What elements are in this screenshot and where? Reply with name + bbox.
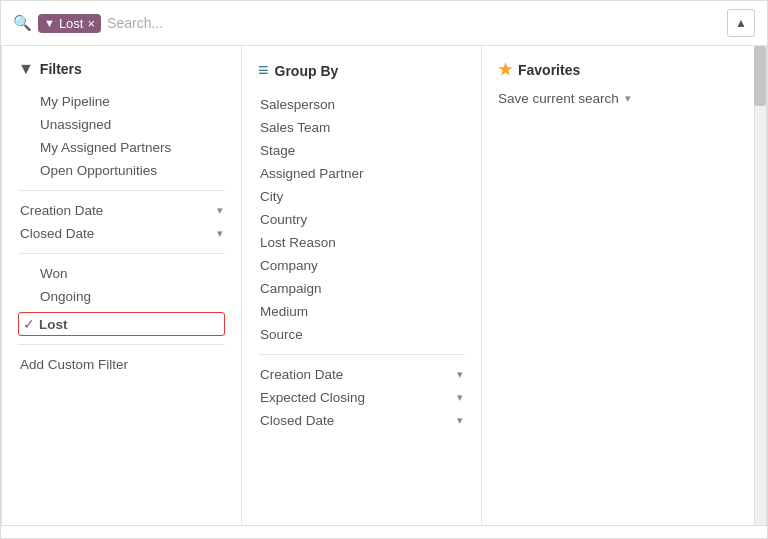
filter-my-pipeline[interactable]: My Pipeline — [18, 90, 225, 113]
filter-closed-date[interactable]: Closed Date ▾ — [18, 222, 225, 245]
groupby-title: Group By — [275, 63, 339, 79]
search-toggle-button[interactable]: ▲ — [727, 9, 755, 37]
filter-closed-date-label: Closed Date — [20, 226, 94, 241]
groupby-source[interactable]: Source — [258, 323, 465, 346]
favorites-header: ★ Favorites — [498, 60, 749, 79]
groupby-campaign[interactable]: Campaign — [258, 277, 465, 300]
groupby-sales-team[interactable]: Sales Team — [258, 116, 465, 139]
filters-title: Filters — [40, 61, 82, 77]
separator-3 — [18, 344, 225, 345]
filters-header: ▼ Filters — [18, 60, 225, 78]
check-placeholder — [20, 289, 36, 304]
filter-lost-label: Lost — [39, 317, 68, 332]
groupby-separator — [258, 354, 465, 355]
scrollbar-thumb[interactable] — [754, 46, 766, 106]
groupby-stage-label: Stage — [260, 143, 295, 158]
filter-won-label: Won — [40, 266, 68, 281]
check-placeholder — [20, 94, 36, 109]
filter-ongoing[interactable]: Ongoing — [18, 285, 225, 308]
star-icon: ★ — [498, 60, 512, 79]
filter-my-assigned-partners-label: My Assigned Partners — [40, 140, 171, 155]
filter-open-opportunities[interactable]: Open Opportunities — [18, 159, 225, 182]
arrow-down-icon: ▾ — [217, 227, 223, 240]
filter-open-opportunities-label: Open Opportunities — [40, 163, 157, 178]
filter-creation-date[interactable]: Creation Date ▾ — [18, 199, 225, 222]
filters-column: ▼ Filters My Pipeline Unassigned My Assi… — [2, 46, 242, 525]
groupby-column: ≡ Group By Salesperson Sales Team Stage … — [242, 46, 482, 525]
groupby-salesperson[interactable]: Salesperson — [258, 93, 465, 116]
filter-lost[interactable]: ✓ Lost — [18, 312, 225, 336]
chevron-up-icon: ▲ — [735, 16, 747, 30]
arrow-down-icon: ▾ — [457, 368, 463, 381]
filter-unassigned-label: Unassigned — [40, 117, 111, 132]
filter-unassigned[interactable]: Unassigned — [18, 113, 225, 136]
check-placeholder — [20, 140, 36, 155]
search-bar: 🔍 ▼ Lost × ▲ — [1, 1, 767, 46]
check-icon: ✓ — [23, 316, 35, 332]
search-input[interactable] — [107, 15, 721, 31]
save-current-search[interactable]: Save current search ▾ — [498, 91, 749, 106]
arrow-down-icon: ▾ — [457, 414, 463, 427]
groupby-creation-date[interactable]: Creation Date ▾ — [258, 363, 465, 386]
add-custom-filter[interactable]: Add Custom Filter — [18, 353, 130, 376]
filter-icon: ▼ — [18, 60, 34, 78]
filter-tag-icon: ▼ — [44, 17, 55, 29]
arrow-down-icon: ▾ — [457, 391, 463, 404]
groupby-expected-closing[interactable]: Expected Closing ▾ — [258, 386, 465, 409]
groupby-city[interactable]: City — [258, 185, 465, 208]
filter-my-assigned-partners[interactable]: My Assigned Partners — [18, 136, 225, 159]
dropdown-panel: ▼ Filters My Pipeline Unassigned My Assi… — [1, 46, 767, 526]
groupby-closed-date[interactable]: Closed Date ▾ — [258, 409, 465, 432]
filter-my-pipeline-label: My Pipeline — [40, 94, 110, 109]
search-icon: 🔍 — [13, 14, 32, 32]
separator-1 — [18, 190, 225, 191]
check-placeholder — [20, 266, 36, 281]
groupby-expected-closing-label: Expected Closing — [260, 390, 365, 405]
groupby-header: ≡ Group By — [258, 60, 465, 81]
groupby-assigned-partner-label: Assigned Partner — [260, 166, 364, 181]
groupby-creation-date-label: Creation Date — [260, 367, 343, 382]
groupby-country[interactable]: Country — [258, 208, 465, 231]
favorites-column: ★ Favorites Save current search ▾ — [482, 46, 766, 525]
groupby-company-label: Company — [260, 258, 318, 273]
groupby-source-label: Source — [260, 327, 303, 342]
check-placeholder — [20, 163, 36, 178]
groupby-medium[interactable]: Medium — [258, 300, 465, 323]
filter-tag[interactable]: ▼ Lost × — [38, 14, 101, 33]
groupby-campaign-label: Campaign — [260, 281, 322, 296]
groupby-city-label: City — [260, 189, 283, 204]
separator-2 — [18, 253, 225, 254]
chevron-down-icon: ▾ — [625, 92, 631, 105]
groupby-closed-date-label: Closed Date — [260, 413, 334, 428]
groupby-medium-label: Medium — [260, 304, 308, 319]
groupby-salesperson-label: Salesperson — [260, 97, 335, 112]
filter-tag-close[interactable]: × — [87, 17, 95, 30]
filter-tag-label: Lost — [59, 16, 84, 31]
filter-ongoing-label: Ongoing — [40, 289, 91, 304]
filter-won[interactable]: Won — [18, 262, 225, 285]
groupby-lost-reason[interactable]: Lost Reason — [258, 231, 465, 254]
check-placeholder — [20, 117, 36, 132]
groupby-sales-team-label: Sales Team — [260, 120, 330, 135]
groupby-assigned-partner[interactable]: Assigned Partner — [258, 162, 465, 185]
groupby-lost-reason-label: Lost Reason — [260, 235, 336, 250]
scrollbar-track[interactable] — [754, 46, 766, 525]
filter-creation-date-label: Creation Date — [20, 203, 103, 218]
arrow-down-icon: ▾ — [217, 204, 223, 217]
groupby-country-label: Country — [260, 212, 307, 227]
favorites-title: Favorites — [518, 62, 580, 78]
groupby-icon: ≡ — [258, 60, 269, 81]
save-search-label: Save current search — [498, 91, 619, 106]
groupby-stage[interactable]: Stage — [258, 139, 465, 162]
groupby-company[interactable]: Company — [258, 254, 465, 277]
